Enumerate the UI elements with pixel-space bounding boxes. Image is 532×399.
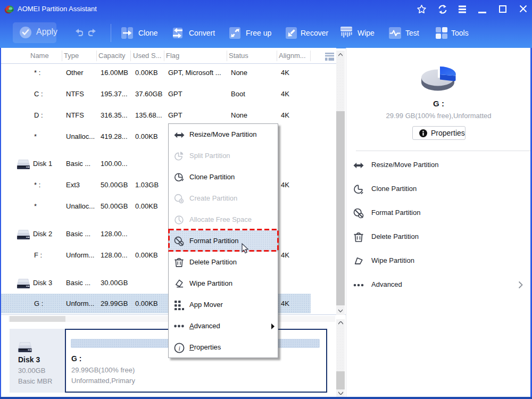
svg-text:i: i [179,345,181,352]
